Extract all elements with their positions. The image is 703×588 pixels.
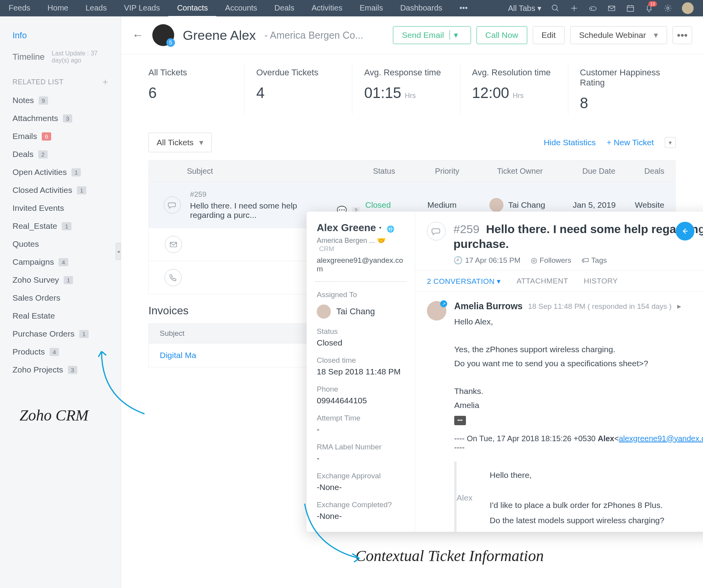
globe-icon: 🌐 bbox=[387, 226, 394, 232]
ticket-caret-button[interactable]: ▾ bbox=[665, 137, 676, 148]
field-label: Status bbox=[317, 327, 405, 336]
nav-more[interactable]: ••• bbox=[451, 0, 476, 17]
add-icon[interactable] bbox=[569, 4, 579, 13]
sidebar-item[interactable]: Sales Orders bbox=[0, 289, 121, 307]
sidebar-item[interactable]: Real Estate bbox=[0, 307, 121, 325]
tab-attachment[interactable]: ATTACHMENT bbox=[517, 277, 568, 291]
sidebar-item-label: Real Estate bbox=[12, 311, 55, 321]
main-content: ← 5 Greene Alex - America Bergen Co... S… bbox=[121, 16, 703, 588]
nav-home[interactable]: Home bbox=[39, 0, 77, 17]
nav-contacts[interactable]: Contacts bbox=[168, 0, 216, 17]
sidebar-item[interactable]: Quotes bbox=[0, 235, 121, 253]
send-email-button[interactable]: Send Email▾ bbox=[393, 26, 471, 44]
record-actions: Send Email▾ Call Now Edit Schedule Webin… bbox=[393, 26, 692, 44]
reply-button[interactable] bbox=[676, 222, 694, 241]
avatar-count-badge: 5 bbox=[166, 38, 175, 47]
tab-conversation[interactable]: 2 CONVERSATION ▾ bbox=[427, 277, 501, 291]
sidebar-timeline[interactable]: Timeline Last Update : 37 day(s) ago bbox=[12, 45, 108, 69]
popup-ticket-header: CLOSED #259 Hello there. I need some hel… bbox=[415, 212, 703, 271]
count-badge: 2 bbox=[38, 150, 48, 159]
col-subject: Subject bbox=[187, 167, 373, 176]
quoted-line: I'd like to place a bulk order for zPhon… bbox=[490, 498, 664, 513]
svg-rect-3 bbox=[627, 6, 634, 12]
quoted-line: Hello there, bbox=[490, 468, 664, 483]
nav-leads[interactable]: Leads bbox=[77, 0, 116, 17]
sidebar-item[interactable]: Deals2 bbox=[0, 145, 121, 163]
sidebar-item-label: Purchase Orders bbox=[12, 329, 75, 339]
nav-accounts[interactable]: Accounts bbox=[216, 0, 266, 17]
nav-feeds[interactable]: Feeds bbox=[0, 0, 39, 17]
sidebar-item-label: Campaigns bbox=[12, 257, 54, 267]
ticket-time: 17 Apr 06:15 PM bbox=[465, 256, 521, 265]
count-badge: 3 bbox=[68, 366, 77, 374]
author-avatar: ↗ bbox=[427, 301, 446, 321]
quote-toggle[interactable]: ••• bbox=[454, 416, 466, 425]
record-avatar[interactable]: 5 bbox=[152, 24, 174, 46]
popup-contact-email[interactable]: alexgreene91@yandex.com bbox=[317, 256, 405, 273]
count-badge: 4 bbox=[59, 258, 68, 266]
stat-card: All Tickets6 bbox=[148, 64, 244, 115]
comment-button[interactable] bbox=[700, 222, 703, 241]
conv-line: Yes, the zPhones support wireless chargi… bbox=[454, 342, 703, 356]
popup-tabs: 2 CONVERSATION ▾ ATTACHMENT HISTORY bbox=[415, 271, 703, 292]
ticket-filter-select[interactable]: All Tickets▾ bbox=[148, 133, 212, 152]
sidebar-item[interactable]: Real_Estate1 bbox=[0, 217, 121, 235]
sidebar-item[interactable]: Emails6 bbox=[0, 127, 121, 145]
nav-activities[interactable]: Activities bbox=[303, 0, 351, 17]
expand-arrow-icon[interactable]: ▶ bbox=[677, 303, 681, 309]
nav-emails[interactable]: Emails bbox=[351, 0, 392, 17]
col-status: Status bbox=[373, 167, 435, 176]
stats-row: All Tickets6Overdue Tickets4Avg. Respons… bbox=[121, 54, 703, 125]
gamepad-icon[interactable] bbox=[588, 4, 598, 13]
edit-button[interactable]: Edit bbox=[533, 26, 565, 44]
svg-rect-1 bbox=[590, 7, 596, 10]
sidebar-item[interactable]: Notes9 bbox=[0, 91, 121, 109]
nav-deals[interactable]: Deals bbox=[266, 0, 303, 17]
sidebar-item[interactable]: Closed Activities1 bbox=[0, 181, 121, 199]
sidebar-item[interactable]: Open Activities1 bbox=[0, 163, 121, 181]
sidebar-collapse-handle[interactable]: ◂ bbox=[116, 243, 121, 260]
schedule-webinar-button[interactable]: Schedule Webinar▾ bbox=[570, 26, 667, 44]
mail-icon[interactable] bbox=[607, 4, 616, 13]
stat-value: 4 bbox=[256, 85, 340, 102]
calendar-icon[interactable] bbox=[626, 4, 635, 13]
send-email-caret[interactable]: ▾ bbox=[450, 30, 462, 40]
sidebar-info[interactable]: Info bbox=[12, 26, 108, 45]
ticket-priority: Medium bbox=[427, 200, 484, 210]
nav-vip-leads[interactable]: VIP Leads bbox=[115, 0, 168, 17]
sidebar-item[interactable]: Purchase Orders1 bbox=[0, 325, 121, 343]
col-deals: Deals bbox=[644, 167, 664, 176]
followers-link[interactable]: ◎ Followers bbox=[531, 256, 571, 265]
add-related-icon[interactable]: + bbox=[102, 77, 108, 87]
stat-label: Avg. Resolution time bbox=[472, 68, 556, 78]
nav-right: All Tabs ▾ 13 bbox=[508, 2, 703, 14]
sidebar-item[interactable]: Campaigns4 bbox=[0, 253, 121, 271]
all-tabs-dropdown[interactable]: All Tabs ▾ bbox=[508, 4, 541, 13]
reply-email-link[interactable]: alexgreene91@yandex.com bbox=[619, 434, 703, 443]
call-now-button[interactable]: Call Now bbox=[476, 26, 527, 44]
invoice-subject-link[interactable]: Digital Ma bbox=[160, 351, 196, 360]
related-list-header: RELATED LIST + bbox=[0, 69, 121, 91]
owner-avatar bbox=[489, 198, 503, 212]
bell-icon[interactable]: 13 bbox=[644, 4, 654, 13]
back-arrow-icon[interactable]: ← bbox=[132, 29, 144, 42]
popup-ticket-panel: CLOSED #259 Hello there. I need some hel… bbox=[415, 212, 703, 532]
annotation-zoho-crm: Zoho CRM bbox=[20, 406, 89, 424]
nav-dashboards[interactable]: Dashboards bbox=[392, 0, 451, 17]
stat-card: Overdue Tickets4 bbox=[244, 64, 352, 115]
sidebar-item[interactable]: Attachments3 bbox=[0, 109, 121, 127]
more-actions-button[interactable]: ••• bbox=[673, 26, 692, 44]
user-avatar[interactable] bbox=[682, 2, 694, 14]
tags-link[interactable]: 🏷 Tags bbox=[582, 256, 607, 265]
sidebar-item[interactable]: Zoho Survey1 bbox=[0, 271, 121, 289]
search-icon[interactable] bbox=[551, 4, 560, 13]
count-badge: 6 bbox=[42, 132, 51, 141]
last-update-text: Last Update : 37 day(s) ago bbox=[52, 50, 108, 64]
sidebar-item[interactable]: Invited Events bbox=[0, 199, 121, 217]
col-due: Due Date bbox=[582, 167, 644, 176]
new-ticket-link[interactable]: + New Ticket bbox=[607, 138, 654, 147]
conv-line: Amelia bbox=[454, 398, 703, 412]
gear-icon[interactable] bbox=[663, 4, 673, 13]
tab-history[interactable]: HISTORY bbox=[584, 277, 618, 291]
hide-statistics-link[interactable]: Hide Statistics bbox=[544, 138, 596, 147]
